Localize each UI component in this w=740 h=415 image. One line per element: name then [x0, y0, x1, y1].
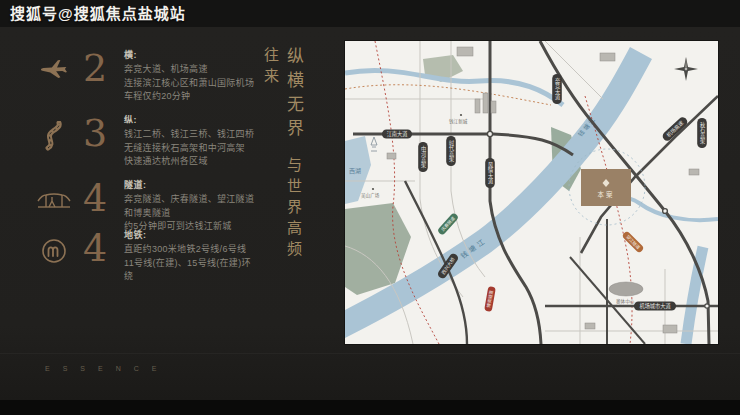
road-icon: [34, 116, 74, 156]
transport-text: 隧道: 奔竞隧道、庆春隧道、望江隧道和博奥隧道 约5分钟即可到达钱江新城: [116, 177, 260, 234]
transport-count: 4: [74, 177, 116, 219]
project-marker: 本案: [581, 169, 631, 206]
road-badge: 奔竞大道: [554, 77, 560, 101]
transport-title: 纵:: [124, 113, 260, 126]
transport-line: 无缝连接秋石高架和中河高架: [124, 142, 260, 156]
presentation-slide: 2 横: 奔竞大道、机场高速 连接滨江核心区和萧山国际机场 车程仅约20分钟 3: [0, 27, 740, 400]
lake-label: 西湖: [349, 167, 361, 175]
metro-icon: [34, 231, 74, 271]
transport-text: 地铁: 直距约300米地铁2号线/6号线 11号线(在建)、15号线(在建)环绕: [116, 227, 260, 284]
place-label: 奥体中心: [616, 298, 635, 305]
road-badge: 时代高架: [448, 139, 454, 163]
location-map: 西湖 钱塘江 钱塘江: [345, 41, 718, 344]
road-badge: 秋石高架: [699, 121, 705, 145]
bridge-icon: [34, 181, 74, 221]
project-label: 本案: [598, 190, 615, 199]
transport-line: 11号线(在建)、15号线(在建)环绕: [124, 257, 260, 284]
essence-watermark: ESSENCE: [45, 365, 169, 372]
transport-line: 直距约300米地铁2号线/6号线: [124, 243, 260, 257]
road-badge: 风情大道: [487, 162, 493, 185]
transport-text: 横: 奔竞大道、机场高速 连接滨江核心区和萧山国际机场 车程仅约20分钟: [116, 47, 260, 104]
transport-title: 地铁:: [124, 228, 260, 241]
transport-line: 奔竞隧道、庆春隧道、望江隧道和博奥隧道: [124, 193, 260, 220]
transport-title: 隧道:: [124, 178, 260, 191]
place-label: 吴山广场: [361, 192, 380, 199]
topbar: 搜狐号@搜狐焦点盐城站: [0, 0, 740, 27]
transport-line: 车程仅约20分钟: [124, 90, 260, 104]
place-label: 钱江新城: [449, 118, 468, 125]
transport-item-tunnels: 4 隧道: 奔竞隧道、庆春隧道、望江隧道和博奥隧道 约5分钟即可到达钱江新城: [34, 177, 260, 234]
topbar-account-label: 搜狐号@搜狐焦点盐城站: [0, 0, 740, 27]
transport-line: 奔竞大道、机场高速: [124, 63, 260, 77]
transport-text: 纵: 钱江二桥、钱江三桥、钱江四桥 无缝连接秋石高架和中河高架 快速通达杭州各区…: [116, 112, 260, 169]
plane-icon: [34, 51, 74, 91]
road-badge: 中河高架: [420, 145, 426, 169]
headline-line-1: 纵横无界: [284, 47, 303, 143]
headline-vertical: 纵横无界 与世界高频往来: [260, 47, 306, 277]
transport-item-highway: 2 横: 奔竞大道、机场高速 连接滨江核心区和萧山国际机场 车程仅约20分钟: [34, 47, 260, 104]
transport-count: 2: [74, 47, 116, 89]
transport-line: 钱江二桥、钱江三桥、钱江四桥: [124, 128, 260, 142]
transport-count: 3: [74, 112, 116, 154]
road-badge: 江南大道: [387, 130, 408, 138]
transport-title: 横:: [124, 48, 260, 61]
divider-line: [0, 353, 740, 354]
transport-line: 连接滨江核心区和萧山国际机场: [124, 77, 260, 91]
screen: 搜狐号@搜狐焦点盐城站 2 横: 奔竞大道、机场高速 连接滨江核心区和萧山国际机…: [0, 0, 740, 415]
transport-item-metro: 4 地铁: 直距约300米地铁2号线/6号线 11号线(在建)、15号线(在建)…: [34, 227, 260, 284]
transport-line: 快速通达杭州各区域: [124, 155, 260, 169]
road-badge: 机场城市大道: [639, 302, 670, 310]
transport-item-bridges: 3 纵: 钱江二桥、钱江三桥、钱江四桥 无缝连接秋石高架和中河高架 快速通达杭州…: [34, 112, 260, 169]
bottom-letterbox: [0, 400, 740, 415]
transport-count: 4: [74, 227, 116, 269]
